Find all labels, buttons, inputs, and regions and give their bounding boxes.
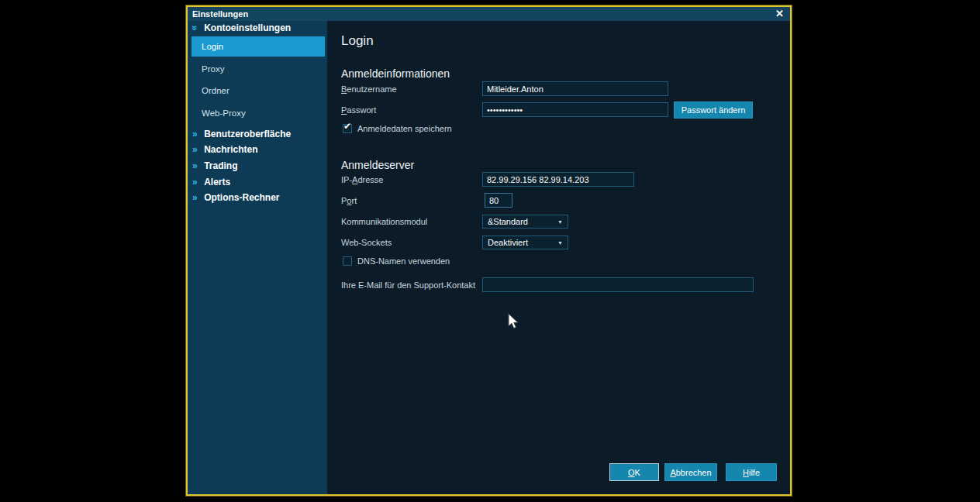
- chevron-double-down-icon: »: [188, 26, 201, 31]
- ip-address-label: IP-Adresse: [341, 175, 383, 184]
- port-input[interactable]: [485, 193, 512, 208]
- password-input[interactable]: [482, 102, 668, 117]
- ip-address-input[interactable]: [482, 172, 634, 187]
- mouse-cursor: [507, 313, 519, 330]
- web-sockets-value: Deaktiviert: [488, 238, 528, 247]
- save-credentials-label: Anmeldedaten speichern: [357, 124, 452, 133]
- checkbox-checked-icon: ✔: [343, 124, 352, 133]
- save-credentials-checkbox[interactable]: ✔ Anmeldedaten speichern: [343, 124, 452, 133]
- close-icon[interactable]: ✕: [775, 7, 784, 21]
- kommunikationsmodul-label: Kommunikationsmodul: [341, 217, 427, 226]
- login-settings-panel: Login Anmeldeinformationen Benutzername …: [327, 21, 790, 494]
- chevron-double-right-icon: »: [192, 192, 198, 203]
- chevron-down-icon: ▼: [557, 219, 563, 225]
- server-section-heading: Anmeldeserver: [341, 159, 414, 171]
- web-sockets-dropdown[interactable]: Deaktiviert ▼: [482, 236, 568, 249]
- support-email-input[interactable]: [482, 277, 754, 292]
- password-label: Passwort: [341, 105, 376, 115]
- kommunikationsmodul-value: &Standard: [488, 217, 528, 226]
- username-label: Benutzername: [341, 84, 397, 94]
- dialog-title: Einstellungen: [192, 9, 248, 19]
- chevron-double-right-icon: »: [192, 160, 198, 171]
- sidebar-group-label: Trading: [204, 160, 237, 171]
- port-label: Port: [341, 196, 357, 205]
- sidebar-group-label: Alerts: [204, 177, 230, 187]
- sidebar-item-ordner[interactable]: Ordner: [202, 84, 229, 97]
- sidebar-group-trading[interactable]: » Trading: [192, 159, 237, 171]
- settings-dialog: Einstellungen ✕ » Kontoeinstellungen Log…: [186, 5, 792, 496]
- sidebar-item-web-proxy[interactable]: Web-Proxy: [202, 107, 246, 119]
- chevron-double-right-icon: »: [192, 177, 198, 187]
- chevron-double-right-icon: »: [192, 144, 198, 155]
- settings-sidebar: » Kontoeinstellungen Login Proxy Ordner …: [188, 21, 327, 494]
- kommunikationsmodul-dropdown[interactable]: &Standard ▼: [482, 215, 568, 229]
- sidebar-item-login[interactable]: Login: [192, 36, 325, 57]
- chevron-down-icon: ▼: [557, 240, 563, 246]
- credentials-section-heading: Anmeldeinformationen: [341, 67, 450, 80]
- support-email-label: Ihre E-Mail für den Support-Kontakt: [341, 280, 475, 290]
- sidebar-group-benutzeroberflaeche[interactable]: » Benutzeroberfläche: [192, 127, 291, 139]
- sidebar-group-label: Options-Rechner: [204, 192, 279, 203]
- dialog-content: » Kontoeinstellungen Login Proxy Ordner …: [188, 21, 790, 494]
- dns-names-label: DNS-Namen verwenden: [357, 256, 450, 266]
- ok-button[interactable]: OK: [609, 463, 659, 481]
- chevron-double-right-icon: »: [192, 129, 198, 139]
- checkbox-unchecked-icon: [343, 256, 352, 266]
- sidebar-item-proxy[interactable]: Proxy: [202, 63, 224, 75]
- web-sockets-label: Web-Sockets: [341, 238, 392, 247]
- dialog-titlebar[interactable]: Einstellungen ✕: [188, 7, 790, 21]
- sidebar-group-label: Kontoeinstellungen: [204, 22, 291, 33]
- sidebar-group-nachrichten[interactable]: » Nachrichten: [192, 143, 258, 155]
- sidebar-group-alerts[interactable]: » Alerts: [192, 175, 230, 187]
- dns-names-checkbox[interactable]: DNS-Namen verwenden: [343, 256, 450, 266]
- sidebar-group-label: Benutzeroberfläche: [204, 129, 291, 139]
- sidebar-group-options-rechner[interactable]: » Options-Rechner: [192, 191, 279, 203]
- sidebar-group-kontoeinstellungen[interactable]: » Kontoeinstellungen: [192, 21, 291, 33]
- change-password-button[interactable]: Passwort ändern: [674, 101, 753, 119]
- username-input[interactable]: [482, 81, 668, 96]
- cancel-button[interactable]: Abbrechen: [664, 463, 717, 481]
- sidebar-group-label: Nachrichten: [204, 144, 257, 155]
- help-button[interactable]: Hilfe: [726, 463, 777, 481]
- page-title: Login: [341, 33, 374, 49]
